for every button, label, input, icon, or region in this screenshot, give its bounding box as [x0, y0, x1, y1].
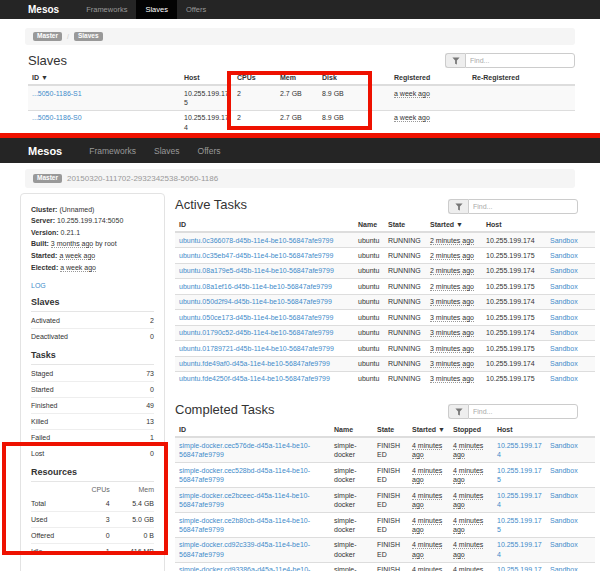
task-started: 4 minutes ago [408, 488, 449, 513]
task-id-link[interactable]: simple-docker.ce2b80cb-d45a-11e4-be10-56… [175, 513, 330, 538]
sidebar-slaves-heading: Slaves [31, 291, 154, 312]
resource-mem: 0 B [110, 528, 154, 544]
master-page: Mesos Frameworks Slaves Offers Master 20… [0, 138, 600, 571]
task-host[interactable]: 10.255.199.174 [493, 488, 546, 513]
task-host[interactable]: 10.255.199.175 [493, 513, 546, 538]
column-header[interactable]: Registered [390, 71, 468, 85]
task-id-link[interactable]: ubuntu.fde49af0-d45a-11e4-be10-56847afe9… [175, 356, 354, 371]
red-separator-annotation [0, 133, 600, 138]
column-header[interactable]: Host [482, 218, 546, 232]
task-host: 10.255.199.174 [482, 356, 546, 371]
sandbox-link[interactable]: Sandbox [546, 537, 595, 562]
slave-id-link[interactable]: ...5050-1186-S0 [28, 110, 180, 133]
sandbox-link[interactable]: Sandbox [546, 488, 595, 513]
master-badge[interactable]: Master [33, 32, 62, 42]
nav-slaves[interactable]: Slaves [145, 138, 189, 163]
table-row: ubuntu.0c366078-d45b-11e4-be10-56847afe9… [175, 232, 595, 248]
sandbox-link[interactable]: Sandbox [546, 562, 595, 571]
cluster-value: (Unnamed) [59, 206, 94, 213]
task-id-link[interactable]: ubuntu.08a179e5-d45b-11e4-be10-56847afe9… [175, 263, 354, 278]
task-host[interactable]: 10.255.199.175 [493, 463, 546, 488]
nav-frameworks[interactable]: Frameworks [77, 0, 136, 19]
slave-id-link[interactable]: ...5050-1186-S1 [28, 85, 180, 110]
task-id-link[interactable]: ubuntu.050ce173-d45b-11e4-be10-56847afe9… [175, 310, 354, 325]
active-tasks-title: Active Tasks [175, 197, 247, 212]
column-header[interactable]: Host [180, 71, 233, 85]
sandbox-link[interactable]: Sandbox [546, 294, 595, 309]
resource-label: Idle [31, 544, 80, 560]
task-host[interactable]: 10.255.199.174 [493, 437, 546, 462]
sandbox-link[interactable]: Sandbox [546, 463, 595, 488]
column-header[interactable]: ID [175, 218, 354, 232]
sandbox-link[interactable]: Sandbox [546, 437, 595, 462]
sandbox-link[interactable]: Sandbox [546, 513, 595, 538]
slaves-badge[interactable]: Slaves [74, 32, 103, 42]
column-header[interactable]: Mem [276, 71, 318, 85]
task-started: 2 minutes ago [426, 248, 482, 263]
nav-offers[interactable]: Offers [177, 0, 215, 19]
nav-offers[interactable]: Offers [189, 138, 230, 163]
master-badge[interactable]: Master [33, 174, 62, 184]
column-header[interactable]: ID [175, 423, 330, 437]
task-id-link[interactable]: simple-docker.cd92c339-d45a-11e4-be10-56… [175, 537, 330, 562]
column-header[interactable]: State [384, 218, 426, 232]
task-name: ubuntu [354, 248, 384, 263]
task-state: RUNNING [384, 310, 426, 325]
sandbox-link[interactable]: Sandbox [546, 325, 595, 340]
column-header[interactable]: Host [493, 423, 546, 437]
sandbox-link[interactable]: Sandbox [546, 356, 595, 371]
column-header[interactable]: Re-Registered [468, 71, 575, 85]
task-id-link[interactable]: simple-docker.cec576de-d45a-11e4-be10-56… [175, 437, 330, 462]
column-header[interactable]: Stopped [449, 423, 493, 437]
nav-frameworks[interactable]: Frameworks [80, 138, 145, 163]
cluster-label: Cluster: [31, 206, 57, 213]
built-label: Built: [31, 240, 49, 247]
nav-slaves[interactable]: Slaves [136, 0, 177, 19]
mesos-brand[interactable]: Mesos [28, 0, 59, 19]
task-host[interactable]: 10.255.199.175 [493, 562, 546, 571]
task-id-link[interactable]: ubuntu.fde4250f-d45a-11e4-be10-56847afe9… [175, 371, 354, 386]
find-input[interactable] [468, 199, 578, 214]
column-header[interactable]: Disk [318, 71, 390, 85]
find-input[interactable] [468, 404, 578, 419]
mesos-brand[interactable]: Mesos [28, 138, 62, 163]
task-id-link[interactable]: ubuntu.0c35eb47-d45b-11e4-be10-56847afe9… [175, 248, 354, 263]
stat-label: Activated [31, 313, 117, 329]
column-header[interactable]: Started ▼ [426, 218, 482, 232]
column-header[interactable] [546, 423, 595, 437]
breadcrumb-separator: / [67, 33, 69, 40]
sandbox-link[interactable]: Sandbox [546, 310, 595, 325]
table-row: simple-docker.cec576de-d45a-11e4-be10-56… [175, 437, 595, 462]
resource-cpus: 0 [80, 528, 110, 544]
sandbox-link[interactable]: Sandbox [546, 248, 595, 263]
sandbox-link[interactable]: Sandbox [546, 263, 595, 278]
column-header[interactable]: State [373, 423, 408, 437]
column-header[interactable]: Name [354, 218, 384, 232]
table-row: Killed13 [31, 414, 154, 430]
table-row: Deactivated0 [31, 329, 154, 345]
task-host[interactable]: 10.255.199.174 [493, 537, 546, 562]
log-link[interactable]: LOG [31, 282, 46, 289]
task-id-link[interactable]: simple-docker.ce2bceec-d45a-11e4-be10-56… [175, 488, 330, 513]
column-header[interactable]: Name [330, 423, 373, 437]
find-input[interactable] [465, 53, 575, 68]
elected-value: a week ago [60, 264, 96, 272]
sandbox-link[interactable]: Sandbox [546, 232, 595, 248]
task-id-link[interactable]: ubuntu.01790c52-d45b-11e4-be10-56847afe9… [175, 325, 354, 340]
task-id-link[interactable]: ubuntu.01789721-d45b-11e4-be10-56847afe9… [175, 341, 354, 356]
task-id-link[interactable]: ubuntu.050d2f94-d45b-11e4-be10-56847afe9… [175, 294, 354, 309]
column-header[interactable]: Started ▼ [408, 423, 449, 437]
task-id-link[interactable]: ubuntu.0c366078-d45b-11e4-be10-56847afe9… [175, 232, 354, 248]
table-row: ...5050-1186-S010.255.199.17422.7 GB8.9 … [28, 110, 575, 133]
task-host: 10.255.199.174 [482, 263, 546, 278]
sandbox-link[interactable]: Sandbox [546, 371, 595, 386]
sandbox-link[interactable]: Sandbox [546, 279, 595, 294]
sandbox-link[interactable]: Sandbox [546, 341, 595, 356]
task-started: 3 minutes ago [426, 310, 482, 325]
task-id-link[interactable]: simple-docker.cec528bd-d45a-11e4-be10-56… [175, 463, 330, 488]
column-header[interactable] [546, 218, 595, 232]
column-header[interactable]: ID ▼ [28, 71, 180, 85]
task-id-link[interactable]: ubuntu.08a1ef16-d45b-11e4-be10-56847afe9… [175, 279, 354, 294]
column-header[interactable]: CPUs [233, 71, 276, 85]
task-id-link[interactable]: simple-docker.cd93386a-d45a-11e4-be10-56… [175, 562, 330, 571]
